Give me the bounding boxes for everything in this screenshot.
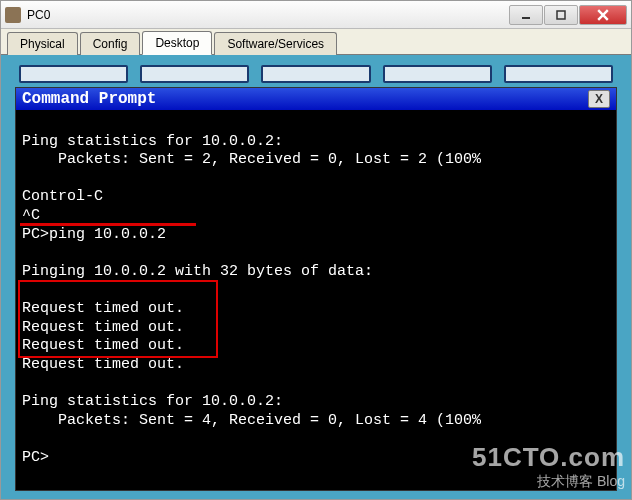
terminal-line: Ping statistics for 10.0.0.2: [22,133,283,150]
terminal-line: PC>ping 10.0.0.2 [22,226,166,243]
terminal-line: Packets: Sent = 2, Received = 0, Lost = … [22,151,490,168]
tab-software[interactable]: Software/Services [214,32,337,55]
command-prompt-title: Command Prompt [22,90,588,108]
desktop-tile[interactable] [261,65,370,83]
terminal-line: Request timed out. [22,356,184,373]
minimize-icon [521,10,531,20]
terminal-line: Ping statistics for 10.0.0.2: [22,393,283,410]
command-prompt-close-button[interactable]: X [588,90,610,108]
close-button[interactable] [579,5,627,25]
app-icon [5,7,21,23]
tab-physical[interactable]: Physical [7,32,78,55]
highlight-box [18,280,218,358]
maximize-button[interactable] [544,5,578,25]
close-icon [597,9,609,21]
tab-desktop[interactable]: Desktop [142,31,212,55]
desktop-tile-row [19,65,613,85]
app-window: PC0 Physical Config Desktop Software/Ser… [0,0,632,500]
workspace: Command Prompt X Ping statistics for 10.… [1,55,631,499]
terminal-line: Control-C [22,188,103,205]
command-prompt-titlebar: Command Prompt X [16,88,616,110]
minimize-button[interactable] [509,5,543,25]
tab-bar: Physical Config Desktop Software/Service… [1,29,631,55]
titlebar: PC0 [1,1,631,29]
tab-config[interactable]: Config [80,32,141,55]
desktop-tile[interactable] [504,65,613,83]
desktop-tile[interactable] [383,65,492,83]
desktop-tile[interactable] [19,65,128,83]
desktop-tile[interactable] [140,65,249,83]
command-prompt-window: Command Prompt X Ping statistics for 10.… [15,87,617,491]
terminal-line: Pinging 10.0.0.2 with 32 bytes of data: [22,263,373,280]
svg-rect-1 [557,11,565,19]
terminal-output[interactable]: Ping statistics for 10.0.0.2: Packets: S… [16,110,616,490]
terminal-line: ^C [22,207,40,224]
window-title: PC0 [27,8,508,22]
maximize-icon [556,10,566,20]
terminal-line: PC> [22,449,49,466]
highlight-underline [20,223,196,226]
terminal-line: Packets: Sent = 4, Received = 0, Lost = … [22,412,481,429]
